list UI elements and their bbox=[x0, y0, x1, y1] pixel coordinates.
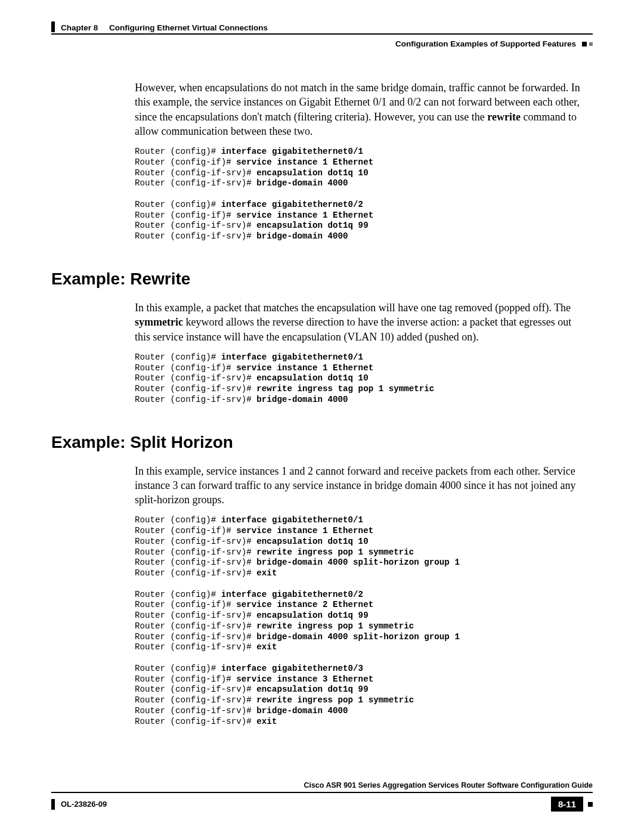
code-command: service instance 1 Ethernet bbox=[236, 363, 373, 373]
code-command: rewrite ingress pop 1 symmetric bbox=[256, 547, 414, 557]
code-command: bridge-domain 4000 bbox=[256, 706, 348, 716]
code-command: interface gigabitethernet0/1 bbox=[221, 147, 363, 156]
code-prompt: Router (config-if)# bbox=[135, 157, 236, 167]
code-line: Router (config-if-srv)# bridge-domain 40… bbox=[135, 231, 593, 242]
page-header: Chapter 8 Configuring Ethernet Virtual C… bbox=[51, 21, 593, 32]
intro-bold-rewrite: rewrite bbox=[487, 111, 521, 123]
code-prompt: Router (config-if-srv)# bbox=[135, 717, 256, 726]
rewrite-bold-symmetric: symmetric bbox=[135, 316, 183, 328]
code-prompt: Router (config)# bbox=[135, 515, 221, 525]
code-line: Router (config)# interface gigabitethern… bbox=[135, 352, 593, 363]
rewrite-paragraph: In this example, a packet that matches t… bbox=[135, 301, 588, 344]
heading-rewrite: Example: Rewrite bbox=[51, 270, 593, 289]
code-line: Router (config-if)# service instance 2 E… bbox=[135, 600, 593, 611]
code-line: Router (config-if)# service instance 1 E… bbox=[135, 363, 593, 374]
header-right-mark-icon bbox=[582, 42, 587, 47]
code-line: Router (config-if-srv)# bridge-domain 40… bbox=[135, 706, 593, 717]
code-command: rewrite ingress pop 1 symmetric bbox=[256, 695, 414, 705]
code-command: exit bbox=[256, 568, 277, 578]
code-prompt: Router (config-if-srv)# bbox=[135, 642, 256, 652]
page-footer: Cisco ASR 901 Series Aggregation Service… bbox=[51, 792, 593, 812]
code-command: service instance 1 Ethernet bbox=[236, 210, 373, 220]
footer-book-title: Cisco ASR 901 Series Aggregation Service… bbox=[51, 781, 593, 789]
code-command: interface gigabitethernet0/2 bbox=[221, 200, 363, 209]
code-prompt: Router (config-if-srv)# bbox=[135, 547, 256, 557]
code-command: encapsulation dot1q 99 bbox=[256, 685, 368, 694]
header-right-mark-small-icon bbox=[589, 42, 593, 46]
code-prompt: Router (config)# bbox=[135, 590, 221, 599]
code-line bbox=[135, 189, 593, 200]
code-line: Router (config-if-srv)# exit bbox=[135, 717, 593, 727]
code-prompt: Router (config-if-srv)# bbox=[135, 178, 256, 188]
page-number-badge: 8-11 bbox=[551, 797, 583, 812]
code-command: interface gigabitethernet0/1 bbox=[221, 352, 363, 362]
code-prompt: Router (config-if-srv)# bbox=[135, 632, 256, 642]
code-prompt: Router (config)# bbox=[135, 352, 221, 362]
split-paragraph: In this example, service instances 1 and… bbox=[135, 464, 588, 507]
code-line: Router (config-if-srv)# encapsulation do… bbox=[135, 373, 593, 384]
code-line: Router (config-if-srv)# bridge-domain 40… bbox=[135, 395, 593, 405]
code-prompt: Router (config-if-srv)# bbox=[135, 558, 256, 567]
code-prompt: Router (config-if-srv)# bbox=[135, 611, 256, 620]
code-line: Router (config-if-srv)# encapsulation do… bbox=[135, 221, 593, 231]
rewrite-text-c: keyword allows the reverse direction to … bbox=[135, 316, 571, 342]
code-command: interface gigabitethernet0/2 bbox=[221, 590, 363, 599]
section-title: Configuration Examples of Supported Feat… bbox=[395, 39, 576, 48]
chapter-title: Configuring Ethernet Virtual Connections bbox=[109, 23, 268, 32]
code-command: bridge-domain 4000 bbox=[256, 395, 348, 404]
code-line: Router (config-if-srv)# rewrite ingress … bbox=[135, 547, 593, 558]
code-command: bridge-domain 4000 bbox=[256, 178, 348, 188]
code-command: exit bbox=[256, 642, 277, 652]
code-line: Router (config-if-srv)# exit bbox=[135, 568, 593, 579]
code-line: Router (config-if-srv)# encapsulation do… bbox=[135, 685, 593, 695]
code-line: Router (config)# interface gigabitethern… bbox=[135, 664, 593, 674]
intro-paragraph: However, when encapsulations do not matc… bbox=[135, 80, 588, 138]
code-prompt: Router (config-if)# bbox=[135, 210, 236, 220]
code-command: rewrite ingress tag pop 1 symmetric bbox=[256, 384, 434, 394]
code-line: Router (config)# interface gigabitethern… bbox=[135, 590, 593, 600]
code-command: bridge-domain 4000 split-horizon group 1 bbox=[256, 632, 460, 642]
footer-right-mark-icon bbox=[588, 802, 593, 807]
code-prompt: Router (config-if)# bbox=[135, 600, 236, 609]
code-prompt: Router (config-if-srv)# bbox=[135, 168, 256, 178]
code-command: rewrite ingress pop 1 symmetric bbox=[256, 621, 414, 631]
code-prompt: Router (config-if-srv)# bbox=[135, 706, 256, 716]
code-prompt: Router (config-if-srv)# bbox=[135, 695, 256, 705]
code-line: Router (config-if-srv)# bridge-domain 40… bbox=[135, 632, 593, 643]
code-command: interface gigabitethernet0/1 bbox=[221, 515, 363, 525]
code-prompt: Router (config-if-srv)# bbox=[135, 373, 256, 383]
code-block-2: Router (config)# interface gigabitethern… bbox=[135, 352, 593, 405]
code-command: encapsulation dot1q 10 bbox=[256, 537, 368, 546]
code-line: Router (config-if)# service instance 1 E… bbox=[135, 526, 593, 537]
code-line: Router (config-if)# service instance 3 E… bbox=[135, 674, 593, 685]
footer-left-bar-icon bbox=[51, 799, 55, 810]
code-prompt: Router (config-if-srv)# bbox=[135, 621, 256, 631]
code-prompt: Router (config-if-srv)# bbox=[135, 221, 256, 230]
code-prompt: Router (config-if-srv)# bbox=[135, 231, 256, 241]
code-line: Router (config-if-srv)# rewrite ingress … bbox=[135, 384, 593, 395]
code-command: bridge-domain 4000 split-horizon group 1 bbox=[256, 558, 460, 567]
footer-rule bbox=[51, 792, 593, 793]
heading-split-horizon: Example: Split Horizon bbox=[51, 433, 593, 452]
code-command: encapsulation dot1q 99 bbox=[256, 611, 368, 620]
code-line bbox=[135, 579, 593, 590]
code-line: Router (config-if-srv)# bridge-domain 40… bbox=[135, 558, 593, 568]
code-line: Router (config)# interface gigabitethern… bbox=[135, 200, 593, 210]
code-line: Router (config-if-srv)# encapsulation do… bbox=[135, 537, 593, 547]
code-prompt: Router (config-if)# bbox=[135, 363, 236, 373]
code-line bbox=[135, 653, 593, 664]
code-line: Router (config)# interface gigabitethern… bbox=[135, 147, 593, 157]
code-line: Router (config-if-srv)# rewrite ingress … bbox=[135, 695, 593, 706]
code-command: service instance 1 Ethernet bbox=[236, 157, 373, 167]
code-prompt: Router (config)# bbox=[135, 664, 221, 673]
code-prompt: Router (config-if-srv)# bbox=[135, 537, 256, 546]
header-rule bbox=[51, 33, 593, 35]
code-command: encapsulation dot1q 10 bbox=[256, 373, 368, 383]
code-prompt: Router (config-if-srv)# bbox=[135, 395, 256, 404]
code-command: interface gigabitethernet0/3 bbox=[221, 664, 363, 673]
code-command: exit bbox=[256, 717, 277, 726]
code-line: Router (config-if-srv)# bridge-domain 40… bbox=[135, 178, 593, 189]
code-line: Router (config-if-srv)# encapsulation do… bbox=[135, 611, 593, 621]
code-command: encapsulation dot1q 10 bbox=[256, 168, 368, 178]
code-line: Router (config-if)# service instance 1 E… bbox=[135, 210, 593, 221]
